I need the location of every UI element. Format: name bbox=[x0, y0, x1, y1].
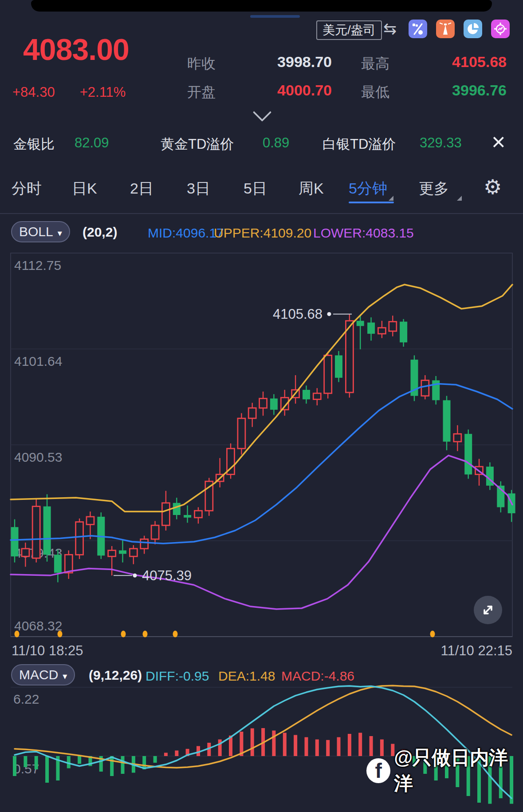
macd-macd-value: MACD:-4.86 bbox=[281, 669, 354, 684]
svg-text:4075.39: 4075.39 bbox=[142, 568, 192, 583]
time-axis-end: 11/10 22:15 bbox=[417, 643, 512, 659]
expand-arrows-icon bbox=[479, 601, 497, 619]
watermark: f @只做日内洋洋 bbox=[366, 745, 523, 796]
svg-text:4112.75: 4112.75 bbox=[14, 258, 61, 273]
svg-text:4068.32: 4068.32 bbox=[14, 618, 62, 633]
macd-name: MACD bbox=[19, 667, 58, 682]
macd-params: (9,12,26) bbox=[89, 668, 142, 683]
app-root: 美元/盎司 ⇆ 4083.00 +84.30 bbox=[0, 0, 523, 812]
expand-chart-button[interactable] bbox=[474, 596, 502, 624]
caret-down-icon: ▾ bbox=[63, 671, 67, 681]
svg-text:6.22: 6.22 bbox=[13, 692, 39, 706]
watermark-text: @只做日内洋洋 bbox=[394, 745, 523, 796]
time-axis-start: 11/10 18:25 bbox=[12, 643, 83, 659]
macd-diff-value: DIFF:-0.95 bbox=[145, 669, 209, 684]
main-chart-canvas[interactable]: 4112.754101.644090.534079.434068.324105.… bbox=[0, 0, 523, 812]
macd-indicator-selector[interactable]: MACD▾ bbox=[11, 664, 75, 685]
facebook-icon: f bbox=[366, 758, 390, 783]
svg-text:4090.53: 4090.53 bbox=[14, 450, 62, 464]
svg-text:4105.68: 4105.68 bbox=[273, 306, 322, 322]
macd-dea-value: DEA:1.48 bbox=[218, 669, 275, 684]
svg-text:4101.64: 4101.64 bbox=[14, 354, 62, 368]
